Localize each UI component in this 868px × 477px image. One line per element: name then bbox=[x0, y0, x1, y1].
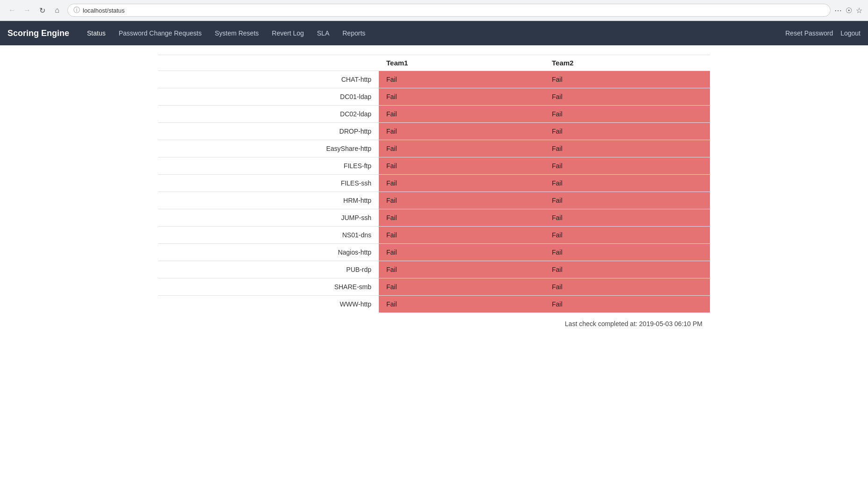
service-name-cell: JUMP-ssh bbox=[158, 209, 379, 227]
team1-status-cell: Fail bbox=[379, 227, 544, 244]
nav-links: Status Password Change Requests System R… bbox=[80, 21, 785, 45]
team2-status-cell: Fail bbox=[544, 261, 710, 278]
nav-sla[interactable]: SLA bbox=[311, 21, 336, 45]
last-check-status: Last check completed at: 2019-05-03 06:1… bbox=[158, 313, 710, 335]
table-row: WWW-httpFailFail bbox=[158, 296, 710, 313]
reset-password-link[interactable]: Reset Password bbox=[785, 29, 833, 37]
service-name-cell: FILES-ftp bbox=[158, 157, 379, 175]
service-name-cell: WWW-http bbox=[158, 296, 379, 313]
team1-col-header: Team1 bbox=[379, 55, 544, 71]
table-row: EasyShare-httpFailFail bbox=[158, 140, 710, 157]
service-name-cell: NS01-dns bbox=[158, 227, 379, 244]
service-name-cell: Nagios-http bbox=[158, 244, 379, 261]
url-input[interactable] bbox=[83, 7, 825, 14]
app-brand: Scoring Engine bbox=[7, 28, 69, 38]
service-col-header bbox=[158, 55, 379, 71]
team1-status-cell: Fail bbox=[379, 244, 544, 261]
table-row: FILES-sshFailFail bbox=[158, 175, 710, 192]
nav-revert-log[interactable]: Revert Log bbox=[265, 21, 310, 45]
team1-status-cell: Fail bbox=[379, 106, 544, 123]
service-name-cell: FILES-ssh bbox=[158, 175, 379, 192]
table-row: FILES-ftpFailFail bbox=[158, 157, 710, 175]
team2-status-cell: Fail bbox=[544, 192, 710, 209]
nav-system-resets[interactable]: System Resets bbox=[208, 21, 265, 45]
team2-status-cell: Fail bbox=[544, 123, 710, 140]
team1-status-cell: Fail bbox=[379, 192, 544, 209]
browser-chrome: ← → ↻ ⌂ ⓘ ⋯ ☉ ☆ bbox=[0, 0, 868, 21]
table-row: DC01-ldapFailFail bbox=[158, 88, 710, 106]
team2-status-cell: Fail bbox=[544, 175, 710, 192]
team1-status-cell: Fail bbox=[379, 140, 544, 157]
address-bar[interactable]: ⓘ bbox=[67, 4, 831, 17]
table-row: DC02-ldapFailFail bbox=[158, 106, 710, 123]
star-icon[interactable]: ☆ bbox=[856, 6, 862, 15]
nav-status[interactable]: Status bbox=[80, 21, 112, 45]
team1-status-cell: Fail bbox=[379, 296, 544, 313]
team2-status-cell: Fail bbox=[544, 106, 710, 123]
table-row: NS01-dnsFailFail bbox=[158, 227, 710, 244]
security-icon: ⓘ bbox=[73, 6, 80, 14]
team2-status-cell: Fail bbox=[544, 88, 710, 106]
nav-right: Reset Password Logout bbox=[785, 29, 861, 37]
shield-icon: ☉ bbox=[846, 6, 852, 15]
table-row: SHARE-smbFailFail bbox=[158, 278, 710, 296]
service-name-cell: EasyShare-http bbox=[158, 140, 379, 157]
team1-status-cell: Fail bbox=[379, 175, 544, 192]
team2-status-cell: Fail bbox=[544, 71, 710, 88]
team1-status-cell: Fail bbox=[379, 278, 544, 296]
team2-col-header: Team2 bbox=[544, 55, 710, 71]
app-navbar: Scoring Engine Status Password Change Re… bbox=[0, 21, 868, 45]
table-row: JUMP-sshFailFail bbox=[158, 209, 710, 227]
table-row: PUB-rdpFailFail bbox=[158, 261, 710, 278]
team2-status-cell: Fail bbox=[544, 140, 710, 157]
nav-password-change-requests[interactable]: Password Change Requests bbox=[112, 21, 208, 45]
table-row: Nagios-httpFailFail bbox=[158, 244, 710, 261]
table-row: DROP-httpFailFail bbox=[158, 123, 710, 140]
service-name-cell: CHAT-http bbox=[158, 71, 379, 88]
service-name-cell: SHARE-smb bbox=[158, 278, 379, 296]
team2-status-cell: Fail bbox=[544, 278, 710, 296]
back-button[interactable]: ← bbox=[6, 4, 19, 17]
service-name-cell: DC02-ldap bbox=[158, 106, 379, 123]
service-name-cell: HRM-http bbox=[158, 192, 379, 209]
menu-dots-icon[interactable]: ⋯ bbox=[834, 6, 842, 15]
forward-button[interactable]: → bbox=[21, 4, 34, 17]
browser-nav-buttons: ← → ↻ ⌂ bbox=[6, 4, 64, 17]
team1-status-cell: Fail bbox=[379, 209, 544, 227]
service-name-cell: PUB-rdp bbox=[158, 261, 379, 278]
reload-button[interactable]: ↻ bbox=[36, 4, 49, 17]
team1-status-cell: Fail bbox=[379, 71, 544, 88]
team1-status-cell: Fail bbox=[379, 88, 544, 106]
service-name-cell: DC01-ldap bbox=[158, 88, 379, 106]
main-content: Team1 Team2 CHAT-httpFailFailDC01-ldapFa… bbox=[0, 45, 868, 477]
team2-status-cell: Fail bbox=[544, 244, 710, 261]
team2-status-cell: Fail bbox=[544, 209, 710, 227]
logout-link[interactable]: Logout bbox=[840, 29, 861, 37]
team2-status-cell: Fail bbox=[544, 296, 710, 313]
table-row: HRM-httpFailFail bbox=[158, 192, 710, 209]
team2-status-cell: Fail bbox=[544, 157, 710, 175]
nav-reports[interactable]: Reports bbox=[336, 21, 372, 45]
team1-status-cell: Fail bbox=[379, 157, 544, 175]
score-table: Team1 Team2 CHAT-httpFailFailDC01-ldapFa… bbox=[158, 55, 710, 313]
browser-toolbar: ← → ↻ ⌂ ⓘ ⋯ ☉ ☆ bbox=[0, 0, 868, 21]
table-row: CHAT-httpFailFail bbox=[158, 71, 710, 88]
service-name-cell: DROP-http bbox=[158, 123, 379, 140]
browser-right-icons: ⋯ ☉ ☆ bbox=[834, 6, 862, 15]
team1-status-cell: Fail bbox=[379, 123, 544, 140]
team2-status-cell: Fail bbox=[544, 227, 710, 244]
team1-status-cell: Fail bbox=[379, 261, 544, 278]
home-button[interactable]: ⌂ bbox=[51, 4, 64, 17]
